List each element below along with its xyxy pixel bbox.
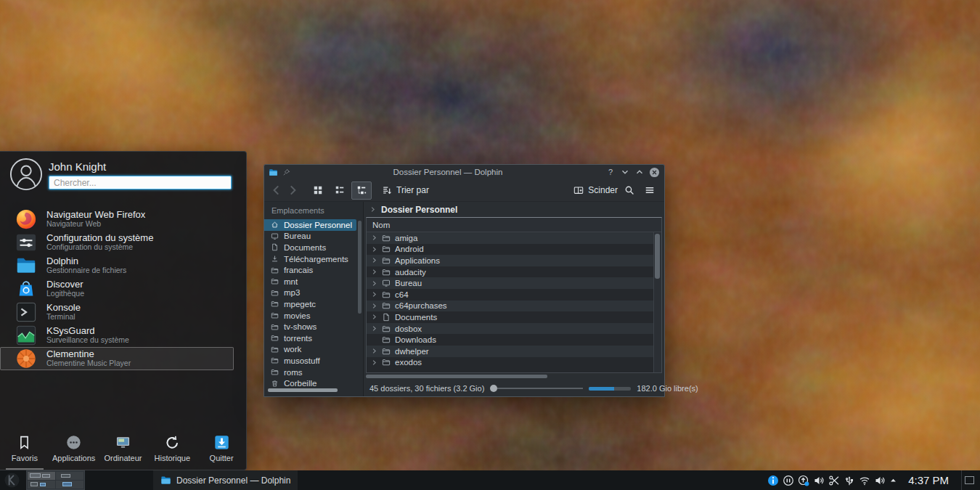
maximize-button[interactable]: [634, 167, 645, 177]
menu-button[interactable]: [641, 181, 658, 199]
search-input[interactable]: [49, 176, 232, 189]
desktop-cell[interactable]: [56, 481, 83, 489]
zoom-slider[interactable]: [490, 384, 583, 393]
place-item[interactable]: Téléchargements: [264, 253, 363, 265]
details-view-button[interactable]: [351, 181, 372, 200]
usb-icon[interactable]: [844, 475, 855, 486]
file-row[interactable]: exodos: [367, 357, 653, 369]
expand-chevron-icon[interactable]: [371, 348, 377, 354]
places-vertical-scrollbar[interactable]: [358, 221, 362, 314]
expand-chevron-icon[interactable]: [371, 280, 377, 287]
launcher-tab[interactable]: Favoris: [0, 428, 49, 470]
pin-icon[interactable]: [282, 168, 290, 176]
expand-chevron-icon[interactable]: [371, 303, 377, 309]
desktop-cell[interactable]: [28, 481, 55, 489]
breadcrumb[interactable]: Dossier Personnel: [364, 202, 664, 217]
expand-chevron-icon[interactable]: [371, 337, 377, 343]
expand-chevron-icon[interactable]: [371, 325, 377, 332]
place-item[interactable]: musostuff: [264, 355, 363, 367]
zoom-slider-handle[interactable]: [490, 385, 497, 392]
wifi-icon[interactable]: [859, 475, 870, 486]
scrollbar-thumb[interactable]: [655, 234, 660, 279]
launcher-tab[interactable]: Historique: [147, 428, 197, 470]
place-item[interactable]: francais: [264, 264, 363, 276]
place-item[interactable]: Bureau: [264, 231, 363, 242]
launcher-tab[interactable]: Ordinateur: [99, 428, 148, 470]
expand-chevron-icon[interactable]: [371, 234, 377, 241]
breadcrumb-location[interactable]: Dossier Personnel: [381, 205, 457, 215]
expand-chevron-icon[interactable]: [371, 257, 377, 264]
file-row[interactable]: Applications: [367, 255, 653, 266]
file-list-vertical-scrollbar[interactable]: [653, 232, 661, 372]
place-item[interactable]: Corbeille: [264, 377, 363, 389]
back-button[interactable]: [270, 184, 283, 197]
expand-chevron-icon[interactable]: [371, 291, 377, 298]
place-item[interactable]: torrents: [264, 332, 363, 344]
app-item[interactable]: KSysGuard Surveillance du système: [0, 324, 246, 347]
media-pause-icon[interactable]: [783, 475, 794, 486]
search-button[interactable]: [621, 181, 638, 199]
expand-chevron-icon[interactable]: [371, 269, 377, 275]
expand-chevron-icon[interactable]: [371, 246, 377, 253]
file-row[interactable]: amiga: [367, 232, 653, 244]
show-desktop-button[interactable]: [961, 470, 976, 490]
user-avatar[interactable]: [9, 158, 43, 191]
desktop-cell[interactable]: [28, 472, 55, 480]
expand-chevron-icon[interactable]: [371, 314, 377, 320]
column-header-name[interactable]: Nom: [367, 218, 661, 232]
file-row[interactable]: Documents: [367, 311, 653, 323]
file-row[interactable]: audacity: [367, 266, 653, 278]
file-row[interactable]: Downloads: [367, 334, 653, 346]
app-item[interactable]: Navigateur Web Firefox Navigateur Web: [0, 208, 246, 231]
launcher-tab[interactable]: Quitter: [197, 428, 246, 470]
icons-view-button[interactable]: [308, 181, 328, 200]
minimize-button[interactable]: [620, 167, 630, 177]
caret-up-icon[interactable]: [889, 476, 897, 484]
virtual-desktop-pager[interactable]: [26, 470, 85, 490]
file-row[interactable]: Bureau: [367, 277, 653, 289]
launcher-tab[interactable]: Applications: [49, 428, 99, 470]
split-button[interactable]: Scinder: [573, 185, 618, 195]
update-icon[interactable]: [798, 475, 809, 486]
icons-view-icon: [313, 185, 323, 195]
volume-icon[interactable]: [813, 475, 825, 486]
info-icon[interactable]: [767, 475, 779, 486]
help-button[interactable]: ?: [605, 167, 616, 177]
place-item[interactable]: mp3: [264, 287, 363, 299]
task-button-dolphin[interactable]: Dossier Personnel — Dolphin: [153, 470, 298, 490]
close-button[interactable]: [649, 167, 660, 178]
place-item[interactable]: work: [264, 344, 363, 356]
place-item[interactable]: roms: [264, 367, 363, 378]
app-item[interactable]: Clementine Clementine Music Player: [0, 347, 234, 370]
scrollbar-thumb[interactable]: [366, 375, 547, 378]
place-item[interactable]: movies: [264, 310, 363, 322]
file-row[interactable]: c64purchases: [367, 301, 653, 312]
app-item[interactable]: Dolphin Gestionnaire de fichiers: [0, 254, 246, 277]
sort-button[interactable]: Trier par: [382, 185, 429, 195]
volume2-icon[interactable]: [874, 475, 886, 486]
file-row[interactable]: c64: [367, 289, 653, 301]
file-row[interactable]: dosbox: [367, 323, 653, 335]
app-item[interactable]: Konsole Terminal: [0, 301, 246, 324]
file-row[interactable]: Android: [367, 244, 653, 256]
clipboard-scissors-icon[interactable]: [828, 475, 840, 486]
app-item[interactable]: Configuration du système Configuration d…: [0, 231, 246, 254]
place-item[interactable]: mpegetc: [264, 298, 363, 310]
expand-chevron-icon[interactable]: [371, 359, 377, 366]
place-item[interactable]: mnt: [264, 276, 363, 287]
place-item[interactable]: Documents: [264, 242, 363, 253]
place-item[interactable]: tv-shows: [264, 321, 363, 332]
dolphin-titlebar[interactable]: Dossier Personnel — Dolphin ?: [264, 165, 664, 179]
clock[interactable]: 4:37 PM: [908, 474, 949, 486]
app-item[interactable]: Discover Logithèque: [0, 277, 246, 301]
desktop-cell[interactable]: [56, 472, 83, 480]
places-horizontal-scrollbar[interactable]: [268, 388, 338, 392]
app-name: Discover: [46, 279, 84, 290]
compact-view-button[interactable]: [330, 181, 350, 200]
file-list-horizontal-scrollbar[interactable]: [364, 373, 664, 380]
place-item[interactable]: Dossier Personnel: [264, 219, 356, 231]
clementine-icon: [15, 348, 37, 369]
file-row[interactable]: dwhelper: [367, 346, 653, 357]
forward-button[interactable]: [286, 184, 299, 197]
application-launcher-button[interactable]: [4, 472, 20, 489]
